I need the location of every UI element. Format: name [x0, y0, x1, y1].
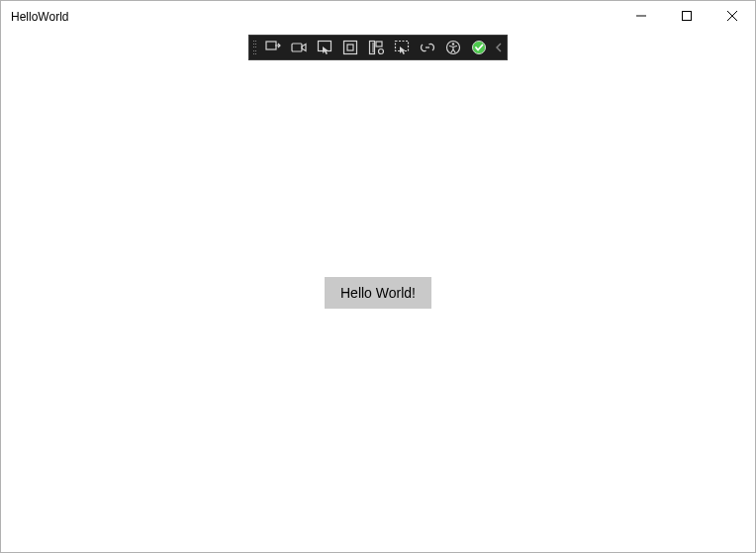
hot-reload-ruler-button[interactable]: [363, 37, 389, 58]
app-window: HelloWorld: [0, 0, 756, 553]
svg-rect-5: [347, 45, 353, 50]
svg-point-11: [452, 43, 454, 45]
live-visual-tree-icon: [265, 40, 281, 55]
svg-rect-1: [266, 42, 276, 49]
window-title: HelloWorld: [11, 10, 68, 24]
track-focus-icon: [394, 40, 410, 55]
close-button[interactable]: [709, 1, 755, 31]
camera-icon: [291, 40, 307, 55]
hot-reload-status-button[interactable]: [466, 37, 492, 58]
select-element-icon: [317, 40, 332, 55]
svg-rect-7: [376, 42, 382, 46]
hello-world-button[interactable]: Hello World!: [325, 277, 431, 309]
svg-rect-2: [292, 44, 302, 51]
minimize-icon: [636, 11, 646, 21]
close-icon: [727, 11, 737, 21]
camera-button[interactable]: [286, 37, 312, 58]
xaml-debug-toolbar: [248, 35, 508, 60]
toolbar-grip[interactable]: [250, 38, 258, 57]
maximize-button[interactable]: [664, 1, 709, 31]
binding-icon: [420, 40, 435, 55]
live-visual-tree-button[interactable]: [260, 37, 286, 58]
window-controls: [618, 1, 755, 33]
checkmark-circle-icon: [471, 40, 487, 55]
svg-point-12: [473, 42, 486, 54]
maximize-icon: [682, 11, 692, 21]
ruler-icon: [368, 40, 384, 55]
client-area: Hello World!: [1, 33, 755, 552]
chevron-left-icon: [495, 43, 503, 52]
layout-adorners-icon: [342, 40, 358, 55]
svg-rect-0: [683, 12, 692, 21]
minimize-button[interactable]: [618, 1, 664, 31]
layout-adorners-button[interactable]: [337, 37, 363, 58]
accessibility-icon: [445, 40, 461, 55]
toolbar-collapse-button[interactable]: [492, 37, 506, 58]
titlebar: HelloWorld: [1, 1, 755, 33]
svg-rect-4: [344, 42, 357, 54]
track-focus-button[interactable]: [389, 37, 415, 58]
svg-point-8: [379, 49, 384, 54]
accessibility-button[interactable]: [440, 37, 466, 58]
binding-diagnostics-button[interactable]: [415, 37, 440, 58]
select-element-button[interactable]: [312, 37, 337, 58]
